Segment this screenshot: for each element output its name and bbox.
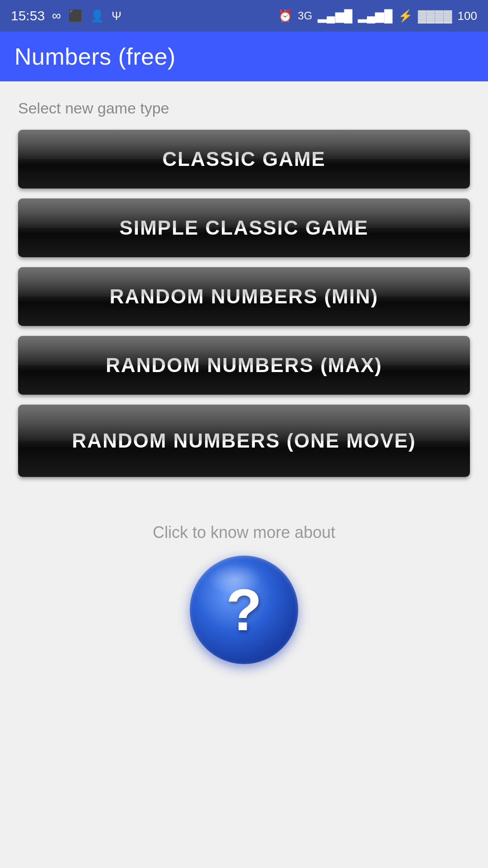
app-title: Numbers (free) [14,43,176,70]
status-bar-right: ⏰ 3G ▂▄▆█ ▂▄▆█ ⚡ ▓▓▓▓ 100 [278,9,477,23]
usb-icon: Ψ [112,9,122,23]
random-numbers-one-move-button[interactable]: RANDOM NUMBERS (ONE MOVE) [18,405,470,477]
random-numbers-min-button[interactable]: RANDOM NUMBERS (MIN) [18,267,470,326]
status-bar-left: 15:53 ∞ ⬛ 👤 Ψ [11,8,122,24]
app-bar: Numbers (free) [0,32,488,81]
classic-game-button[interactable]: CLASSIC GAME [18,130,470,189]
bottom-section: Click to know more about ? [0,487,488,691]
signal-icon-2: ▂▄▆█ [358,9,393,23]
alarm-icon: ⏰ [278,9,292,23]
infinity-icon: ∞ [52,9,61,23]
signal-icon: ▂▄▆█ [318,9,352,23]
image-icon: ⬛ [68,9,83,23]
person-icon: 👤 [90,9,104,23]
battery-icon: ▓▓▓▓ [418,9,452,23]
help-button[interactable]: ? [190,556,298,664]
battery-level: 100 [458,9,477,23]
simple-classic-game-button[interactable]: SIMPLE CLASSIC GAME [18,198,470,257]
lightning-icon: ⚡ [398,9,413,23]
3g-icon: 3G [298,9,312,22]
main-content: Select new game type CLASSIC GAME SIMPLE… [0,81,488,477]
status-time: 15:53 [11,8,45,24]
status-bar: 15:53 ∞ ⬛ 👤 Ψ ⏰ 3G ▂▄▆█ ▂▄▆█ ⚡ ▓▓▓▓ 100 [0,0,488,32]
question-mark-icon: ? [226,580,262,639]
random-numbers-max-button[interactable]: RANDOM NUMBERS (MAX) [18,336,470,395]
section-label: Select new game type [18,99,470,117]
click-to-know-text: Click to know more about [153,523,335,542]
